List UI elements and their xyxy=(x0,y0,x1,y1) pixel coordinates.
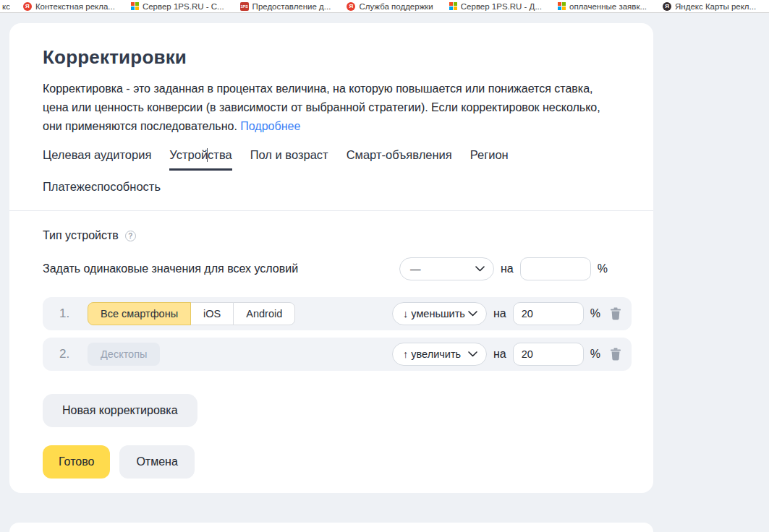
text-cursor xyxy=(207,148,208,162)
condition-chip-desktops[interactable]: Десктопы xyxy=(88,343,160,366)
tab-devices[interactable]: Устройства xyxy=(169,148,231,171)
bulk-set-row: Задать одинаковые значения для всех усло… xyxy=(43,257,632,280)
adjustments-dialog: Корректировки Корректировка - это заданн… xyxy=(9,23,653,493)
bookmark-label: Контекстная рекла... xyxy=(35,2,115,11)
tab-smart-ads[interactable]: Смарт-объявления xyxy=(347,148,452,171)
bookmark-label: Сервер 1PS.RU - С... xyxy=(143,2,224,11)
device-type-label: Тип устройств xyxy=(43,229,119,242)
percent-sign: % xyxy=(590,348,600,361)
cancel-button[interactable]: Отмена xyxy=(119,445,194,479)
description-text: Корректировка - это заданная в процентах… xyxy=(43,80,621,136)
row-number: 1. xyxy=(59,306,77,321)
device-segmented-control: Все смартфоны iOS Android xyxy=(88,302,295,325)
action-value: ↑ увеличить xyxy=(403,348,461,360)
done-button[interactable]: Готово xyxy=(43,445,110,479)
yandex-icon: Я xyxy=(347,2,355,11)
bookmark-label: Сервер 1PS.RU - Д... xyxy=(461,2,542,11)
bookmark-label: оплаченные заявк... xyxy=(569,2,647,11)
bookmark-item[interactable]: 1PS Предоставление д... xyxy=(233,2,340,11)
bulk-action-select[interactable]: — xyxy=(399,257,494,280)
page-title: Корректировки xyxy=(43,46,632,69)
1ps-icon: 1PS xyxy=(240,2,249,11)
action-select[interactable]: ↓ уменьшить xyxy=(392,302,487,325)
bookmark-label: Служба поддержки xyxy=(359,2,433,11)
chevron-down-icon xyxy=(468,351,477,357)
percent-input[interactable] xyxy=(513,343,584,366)
yandex-dark-icon: Я xyxy=(663,2,671,11)
percent-input[interactable] xyxy=(513,302,584,325)
bookmark-item[interactable]: кс xyxy=(1,2,16,11)
tabs-bar: Целевая аудитория Устройства Пол и возра… xyxy=(43,148,632,202)
tab-region[interactable]: Регион xyxy=(470,148,509,171)
new-adjustment-button[interactable]: Новая корректировка xyxy=(43,394,197,427)
windows-icon xyxy=(449,2,457,10)
bulk-percent-input[interactable] xyxy=(520,257,591,280)
na-label: на xyxy=(501,262,514,275)
bookmark-label: кс xyxy=(2,2,10,11)
tab-devices-label: Устройства xyxy=(169,148,231,161)
divider xyxy=(9,210,653,211)
bookmark-item[interactable]: Я Яндекс Карты рекл... xyxy=(655,2,765,11)
adjustment-row: 2. Десктопы ↑ увеличить на % xyxy=(43,338,632,371)
bulk-action-value: — xyxy=(410,263,421,275)
tab-gender-age[interactable]: Пол и возраст xyxy=(250,148,328,171)
next-section-card xyxy=(9,523,653,532)
chevron-down-icon xyxy=(468,311,477,317)
help-icon[interactable]: ? xyxy=(125,231,136,241)
percent-sign: % xyxy=(590,307,600,320)
na-label: на xyxy=(493,348,506,361)
segment-android[interactable]: Android xyxy=(233,302,295,325)
chevron-down-icon xyxy=(475,266,485,272)
adjustment-row: 1. Все смартфоны iOS Android ↓ уменьшить… xyxy=(43,297,632,330)
more-link[interactable]: Подробнее xyxy=(240,120,300,132)
bookmark-item[interactable]: Я Служба поддержки xyxy=(339,2,441,11)
bookmark-item[interactable]: Сервер 1PS.RU - Д... xyxy=(442,2,551,11)
bookmark-label: Яндекс Карты рекл... xyxy=(675,2,756,11)
windows-icon xyxy=(558,2,566,10)
windows-icon xyxy=(131,2,139,10)
delete-row-button[interactable] xyxy=(610,348,621,361)
segment-all-smartphones[interactable]: Все смартфоны xyxy=(88,302,191,325)
bookmark-item[interactable]: Сервер 1PS.RU - С... xyxy=(124,2,233,11)
bookmark-item[interactable]: Я Контекстная рекла... xyxy=(16,2,124,11)
row-number: 2. xyxy=(59,347,77,361)
delete-row-button[interactable] xyxy=(610,307,621,320)
bookmarks-bar: кс Я Контекстная рекла... Сервер 1PS.RU … xyxy=(0,0,769,13)
na-label: на xyxy=(493,307,506,320)
yandex-icon: Я xyxy=(23,2,32,11)
action-select[interactable]: ↑ увеличить xyxy=(392,343,487,366)
action-value: ↓ уменьшить xyxy=(403,308,465,319)
trash-icon xyxy=(610,348,621,361)
bookmark-label: Предоставление д... xyxy=(252,2,331,11)
tab-solvency[interactable]: Платежеспособность xyxy=(43,180,161,202)
bulk-set-label: Задать одинаковые значения для всех усло… xyxy=(43,262,298,275)
percent-sign: % xyxy=(598,262,608,275)
description-body: Корректировка - это заданная в процентах… xyxy=(43,82,600,132)
trash-icon xyxy=(610,307,621,320)
segment-ios[interactable]: iOS xyxy=(190,302,234,325)
tab-target-audience[interactable]: Целевая аудитория xyxy=(43,148,151,171)
bookmark-item[interactable]: оплаченные заявк... xyxy=(551,2,655,11)
